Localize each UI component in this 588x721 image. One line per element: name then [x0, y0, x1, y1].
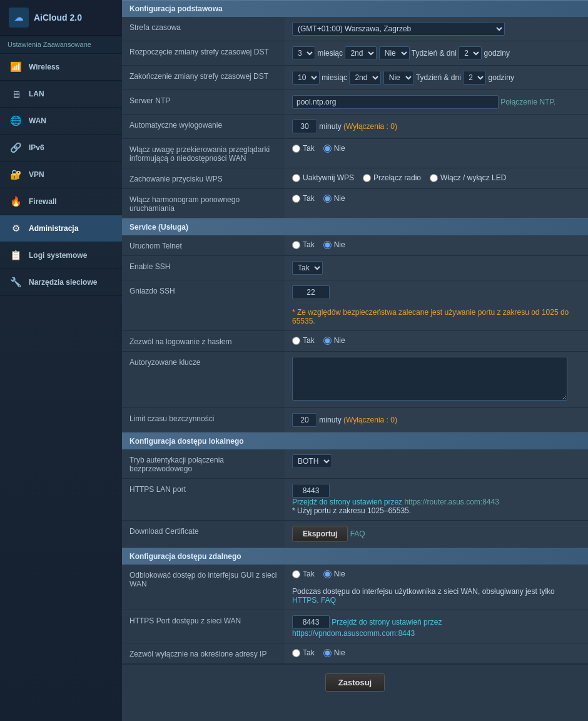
odblokowanie-tak-radio[interactable] [292, 570, 300, 578]
harmonogram-radio-group: Tak Nie [292, 194, 580, 203]
uwaga-nie-label[interactable]: Nie [323, 144, 345, 153]
sidebar-item-label: Firewall [29, 197, 57, 206]
wps-opt2-label[interactable]: Przełącz radio [363, 173, 421, 182]
ssh-port-warn: * Ze względów bezpieczeństwa zalecane je… [292, 308, 569, 325]
dst-start-week-select[interactable]: 2nd [345, 46, 377, 60]
wps-opt2-radio[interactable] [363, 174, 371, 182]
label-zezwol-adresy: Zezwól wyłącznie na określone adresy IP [122, 643, 285, 664]
sidebar-item-firewall[interactable]: 🔥 Firewall [0, 188, 122, 215]
auto-logout-input[interactable] [292, 120, 317, 133]
uwaga-tak-radio[interactable] [292, 145, 300, 153]
godziny-label2: godziny [489, 73, 514, 82]
harmonogram-nie-radio[interactable] [323, 195, 332, 203]
ntp-link[interactable]: Połączenie NTP. [500, 98, 555, 106]
table-podstawowa: Strefa czasowa (GMT+01:00) Warszawa, Zag… [122, 17, 588, 218]
section-header-service: Service (Usługa) [122, 218, 588, 235]
label-rozpoczecie: Rozpoczęcie zmiany strefy czasowej DST [122, 41, 285, 66]
https-lan-link[interactable]: https://router.asus.com:8443 [404, 498, 499, 506]
wireless-icon: 📶 [9, 60, 23, 74]
authorized-keys-textarea[interactable] [292, 357, 567, 401]
sidebar-item-wireless[interactable]: 📶 Wireless [0, 54, 122, 81]
dst-end-hour-select[interactable]: 2 [463, 71, 486, 84]
logowanie-tak-label[interactable]: Tak [292, 336, 315, 345]
harmonogram-nie-label[interactable]: Nie [323, 194, 345, 203]
label-harmonogram: Włącz harmonogram ponownego uruchamiania [122, 189, 285, 218]
zezwol-tak-radio[interactable] [292, 649, 300, 657]
wps-opt3-radio[interactable] [430, 174, 438, 182]
ssh-select[interactable]: Tak [292, 261, 323, 275]
sidebar-item-administracja[interactable]: ⚙ Administracja [0, 215, 122, 242]
field-logowanie-haslem: Tak Nie [285, 331, 588, 352]
telnet-radio-group: Tak Nie [292, 240, 580, 249]
dst-start-month-select[interactable]: 3 [292, 46, 315, 60]
wylogowanie-warn: (Wyłączenia : 0) [343, 122, 397, 131]
harmonogram-tak-label[interactable]: Tak [292, 194, 315, 203]
idle-timeout-input[interactable] [292, 413, 317, 427]
sidebar-logo: ☁ AiCloud 2.0 [0, 0, 122, 36]
ntp-input[interactable] [292, 95, 499, 109]
logowanie-nie-radio[interactable] [323, 337, 332, 345]
https-lan-port-input[interactable] [292, 484, 330, 498]
cert-faq-link[interactable]: FAQ [350, 529, 365, 538]
uwaga-tak-label[interactable]: Tak [292, 144, 315, 153]
timezone-select[interactable]: (GMT+01:00) Warszawa, Zagrzeb [292, 22, 505, 36]
field-telnet: Tak Nie [285, 235, 588, 256]
wps-opt1-radio[interactable] [292, 174, 300, 182]
minuty-label: minuty [319, 122, 341, 131]
https-lan-note: * Użyj portu z zakresu 1025–65535. [292, 506, 411, 515]
harmonogram-tak-radio[interactable] [292, 195, 300, 203]
label-download-cert: Download Certificate [122, 521, 285, 548]
field-autoryzowane [285, 352, 588, 408]
apply-button[interactable]: Zastosuj [325, 673, 385, 692]
sidebar-item-wan[interactable]: 🌐 WAN [0, 108, 122, 135]
telnet-nie-radio[interactable] [323, 241, 332, 249]
logowanie-tak-radio[interactable] [292, 337, 300, 345]
label-wylogowanie: Automatyczne wylogowanie [122, 115, 285, 139]
table-lokalny: Tryb autentykacji połączenia bezprzewodo… [122, 449, 588, 548]
zezwol-nie-radio[interactable] [323, 649, 332, 657]
odblokowanie-nie-radio[interactable] [323, 570, 332, 578]
ssh-port-input[interactable] [292, 285, 330, 299]
sidebar-item-lan[interactable]: 🖥 LAN [0, 81, 122, 108]
field-tryb-auth: BOTH [285, 449, 588, 479]
field-wylogowanie: minuty (Wyłączenia : 0) [285, 115, 588, 139]
field-strefa: (GMT+01:00) Warszawa, Zagrzeb [285, 17, 588, 41]
odblokowanie-nie-label[interactable]: Nie [323, 570, 345, 578]
uwaga-nie-radio[interactable] [323, 145, 332, 153]
sidebar-item-logi[interactable]: 📋 Logi systemowe [0, 242, 122, 269]
logowanie-nie-label[interactable]: Nie [323, 336, 345, 345]
dst-end-month-select[interactable]: 10 [292, 71, 320, 84]
label-tryb-auth: Tryb autentykacji połączenia bezprzewodo… [122, 449, 285, 479]
telnet-tak-radio[interactable] [292, 241, 300, 249]
export-button[interactable]: Eksportuj [292, 526, 348, 542]
aicloud-icon: ☁ [9, 8, 29, 28]
wps-opt3-label[interactable]: Włącz / wyłącz LED [430, 173, 506, 182]
label-limit-czasu: Limit czasu bezczynności [122, 408, 285, 432]
https-wan-port-input[interactable] [292, 615, 330, 629]
tydzien-label: Tydzień & dni [412, 49, 457, 58]
zezwol-tak-label[interactable]: Tak [292, 648, 315, 657]
field-zakonczenie: 10 miesiąc 2nd Nie Tydzień & dni 2 godzi… [285, 66, 588, 90]
zezwol-nie-label[interactable]: Nie [323, 648, 345, 657]
table-row: Rozpoczęcie zmiany strefy czasowej DST 3… [122, 41, 588, 66]
dst-end-week-select[interactable]: 2nd [349, 71, 381, 84]
sidebar-item-label: VPN [29, 170, 44, 179]
field-wps: Uaktywnij WPS Przełącz radio Włącz / wył… [285, 168, 588, 189]
sidebar-item-ipv6[interactable]: 🔗 IPv6 [0, 135, 122, 161]
sidebar-item-vpn[interactable]: 🔐 VPN [0, 161, 122, 188]
label-gniazdo-ssh: Gniazdo SSH [122, 280, 285, 331]
dst-start-nie-select[interactable]: Nie [379, 46, 410, 60]
telnet-tak-label[interactable]: Tak [292, 240, 315, 249]
limit-warn: (Wyłączenia : 0) [343, 416, 397, 424]
https-wan-link[interactable]: https://vpndom.asuscomm.com:8443 [292, 629, 415, 638]
odblokowanie-tak-label[interactable]: Tak [292, 570, 315, 578]
wps-opt1-label[interactable]: Uaktywnij WPS [292, 173, 354, 182]
sidebar: ☁ AiCloud 2.0 Ustawienia Zaawansowane 📶 … [0, 0, 122, 721]
tryb-auth-select[interactable]: BOTH [292, 454, 332, 468]
dst-end-nie-select[interactable]: Nie [383, 71, 414, 84]
sidebar-item-narzedzia[interactable]: 🔧 Narzędzia sieciowe [0, 269, 122, 296]
table-row: Odblokować dostęp do interfejsu GUI z si… [122, 565, 588, 610]
telnet-nie-label[interactable]: Nie [323, 240, 345, 249]
dst-start-hour-select[interactable]: 2 [459, 46, 482, 60]
odblokowanie-faq-link[interactable]: FAQ [321, 596, 336, 605]
